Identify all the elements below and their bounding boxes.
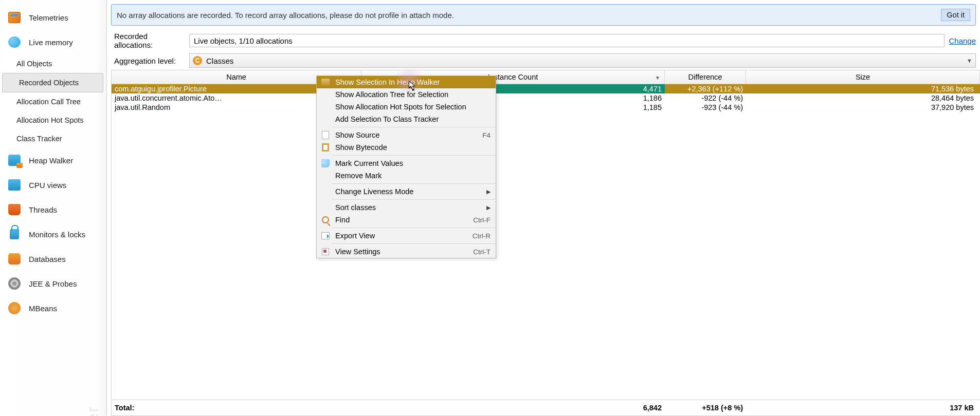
sidebar-item-label: CPU views [29,181,66,190]
sidebar-item-label: Threads [29,205,57,214]
sidebar-item-label: Telemetries [29,13,68,22]
source-icon [321,130,330,140]
menu-item-label: Show Allocation Hot Spots for Selection [335,103,466,111]
menu-item-find[interactable]: FindCtrl-F [317,214,496,226]
menu-separator [332,183,496,184]
sidebar-item-telemetries[interactable]: Telemetries [0,5,106,30]
jee-icon [7,276,22,291]
menu-shortcut: Ctrl-R [473,232,491,240]
menu-item-show-allocation-tree-for-selection[interactable]: Show Allocation Tree for Selection [317,88,496,101]
info-banner: No array allocations are recorded. To re… [111,4,976,26]
sidebar-item-all-objects[interactable]: All Objects [0,54,106,73]
menu-separator [332,228,496,228]
menu-separator [332,199,496,200]
table-row[interactable]: java.util.concurrent.atomic.Ato…1,186-92… [112,93,980,103]
got-it-button[interactable]: Got it [941,9,970,21]
sidebar-item-threads[interactable]: Threads [0,197,106,222]
sidebar-item-monitors-locks[interactable]: Monitors & locks [0,222,106,247]
aggregation-level-value: Classes [206,56,233,65]
cell-difference: +2,363 (+112 %) [665,84,746,93]
menu-shortcut: Ctrl-T [473,248,491,256]
sidebar-item-label: Allocation Hot Spots [16,116,84,124]
blank-icon [321,90,330,99]
blank-icon [321,203,330,212]
settings-icon [321,247,330,256]
sidebar-item-cpu-views[interactable]: CPU views [0,173,106,197]
sidebar-item-live-memory[interactable]: Live memory [0,30,106,54]
menu-item-label: Show Bytecode [335,143,387,152]
objects-table: Name Instance Count ▼ Difference Size co… [111,70,980,416]
col-size[interactable]: Size [746,70,980,84]
chevron-down-icon: ▼ [967,58,972,64]
sidebar-item-label: Monitors & locks [29,230,85,239]
menu-item-label: Sort classes [335,203,376,212]
menu-item-mark-current-values[interactable]: Mark Current Values [317,157,496,169]
brand-watermark: rofiler [83,406,102,416]
heap-icon [7,153,22,167]
sidebar-item-label: Heap Walker [29,156,73,165]
sidebar-item-label: Class Tracker [16,135,62,143]
col-difference[interactable]: Difference [665,70,746,84]
table-row[interactable]: java.util.Random1,185-923 (-44 %)37,920 … [112,103,980,112]
menu-shortcut: F4 [482,131,491,139]
cell-size: 37,920 bytes [746,103,980,112]
cell-size: 71,536 bytes [746,84,980,93]
cpu-icon [7,178,22,192]
aggregation-level-dropdown[interactable]: C Classes ▼ [189,53,976,68]
sidebar-item-allocation-hot-spots[interactable]: Allocation Hot Spots [0,111,106,129]
cell-difference: -923 (-44 %) [665,103,746,112]
livemem-icon [7,35,22,49]
menu-item-label: Add Selection To Class Tracker [335,115,439,123]
submenu-arrow-icon: ▶ [486,188,491,195]
menu-item-label: Export View [335,232,375,240]
sidebar: TelemetriesLive memoryAll ObjectsRecorde… [0,0,107,416]
aggregation-level-label: Aggregation level: [114,56,185,65]
menu-item-show-source[interactable]: Show SourceF4 [317,129,496,141]
sidebar-item-jee-probes[interactable]: JEE & Probes [0,271,106,296]
menu-item-change-liveness-mode[interactable]: Change Liveness Mode▶ [317,185,496,198]
table-row[interactable]: com.atguigu.jprofiler.Picture4,471+2,363… [112,84,980,93]
sidebar-item-heap-walker[interactable]: Heap Walker [0,148,106,173]
blank-icon [321,102,330,111]
menu-item-show-allocation-hot-spots-for-selection[interactable]: Show Allocation Hot Spots for Selection [317,101,496,113]
locks-icon [7,227,22,241]
menu-item-sort-classes[interactable]: Sort classes▶ [317,201,496,214]
menu-item-label: Mark Current Values [335,159,403,167]
menu-item-label: Show Source [335,131,379,139]
sidebar-item-label: Live memory [29,38,73,47]
sidebar-item-allocation-call-tree[interactable]: Allocation Call Tree [0,92,106,111]
blank-icon [321,171,330,180]
change-link[interactable]: Change [949,36,976,45]
export-icon [321,231,330,240]
menu-item-label: Find [335,216,350,224]
context-menu[interactable]: Show Selection In Heap WalkerShow Alloca… [316,75,496,258]
totals-row: Total: 6,842 +518 (+8 %) 137 kB [112,400,980,415]
menu-item-label: Remove Mark [335,172,382,180]
sidebar-item-recorded-objects[interactable]: Recorded Objects [2,73,103,92]
sidebar-item-databases[interactable]: Databases [0,247,106,271]
db-icon [7,252,22,266]
recorded-allocations-label: Recorded allocations: [114,32,185,49]
menu-item-export-view[interactable]: Export ViewCtrl-R [317,230,496,242]
menu-item-show-bytecode[interactable]: Show Bytecode [317,141,496,154]
recorded-allocations-field[interactable] [189,34,945,47]
blank-icon [321,115,330,124]
menu-item-remove-mark[interactable]: Remove Mark [317,169,496,182]
menu-item-view-settings[interactable]: View SettingsCtrl-T [317,245,496,258]
menu-item-label: Change Liveness Mode [335,187,413,196]
totals-diff: +518 (+8 %) [665,403,746,412]
sidebar-item-mbeans[interactable]: MBeans [0,296,106,320]
menu-item-show-selection-in-heap-walker[interactable]: Show Selection In Heap Walker [317,76,496,88]
sidebar-item-class-tracker[interactable]: Class Tracker [0,129,106,148]
mark-icon [321,159,330,168]
menu-item-add-selection-to-class-tracker[interactable]: Add Selection To Class Tracker [317,113,496,125]
sidebar-item-label: Allocation Call Tree [16,98,81,106]
totals-size: 137 kB [746,403,980,412]
sidebar-item-label: MBeans [29,304,57,313]
cell-size: 28,464 bytes [746,93,980,103]
menu-item-label: View Settings [335,248,380,256]
menu-separator [332,155,496,156]
menu-separator [332,243,496,244]
totals-label: Total: [112,403,361,412]
threads-icon [7,202,22,217]
